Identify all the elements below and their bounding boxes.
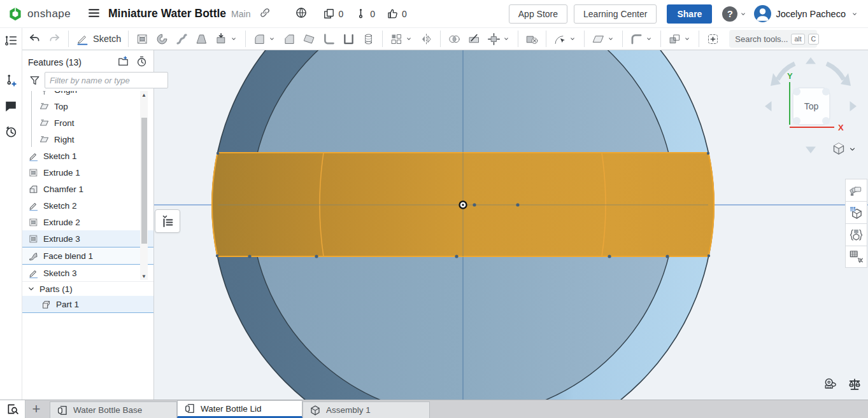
scrollbar-thumb[interactable] bbox=[141, 118, 147, 244]
tab-water-bottle-base[interactable]: Water Bottle Base bbox=[50, 401, 177, 418]
toolbar-separator bbox=[518, 31, 518, 47]
new-sketch-button[interactable]: Sketch bbox=[73, 29, 124, 48]
collapsed-dialog-icon bbox=[160, 214, 175, 229]
filter-funnel-icon[interactable] bbox=[29, 74, 41, 87]
sheet-metal-model-button[interactable] bbox=[627, 29, 657, 48]
tab-assembly-1[interactable]: Assembly 1 bbox=[302, 401, 430, 418]
feature-item-sketch-3[interactable]: Sketch 3 bbox=[22, 265, 153, 281]
shell-icon bbox=[342, 32, 355, 46]
feature-item-right[interactable]: Right bbox=[22, 131, 153, 148]
doc-stat-copy[interactable]: 0 bbox=[323, 8, 343, 20]
plane-button[interactable] bbox=[588, 29, 618, 48]
undo-button[interactable] bbox=[25, 29, 45, 48]
named-views-button[interactable] bbox=[845, 201, 867, 223]
workspace-name[interactable]: Main bbox=[231, 9, 250, 19]
doc-stat-like[interactable]: 0 bbox=[387, 8, 407, 20]
feature-item-sketch-2[interactable]: Sketch 2 bbox=[22, 197, 153, 214]
versions-and-history-button[interactable] bbox=[1, 71, 20, 92]
learning-center-button[interactable]: Learning Center bbox=[574, 4, 657, 24]
mass-icon bbox=[848, 377, 862, 391]
view-cube-face-top[interactable]: Top bbox=[793, 88, 830, 125]
like-count: 0 bbox=[402, 9, 407, 19]
document-link-button[interactable] bbox=[259, 7, 271, 20]
mirror-button[interactable] bbox=[416, 29, 436, 48]
view-options-button[interactable] bbox=[831, 141, 857, 157]
rib-button[interactable] bbox=[319, 29, 339, 48]
chevron-down-icon bbox=[739, 10, 748, 18]
roll-cw-arrow-icon[interactable] bbox=[827, 64, 844, 80]
draft-button[interactable] bbox=[299, 29, 319, 48]
onshape-logo[interactable]: onshape bbox=[0, 6, 71, 22]
loft-button[interactable] bbox=[192, 29, 211, 48]
origin-marker[interactable] bbox=[460, 202, 467, 209]
search-tools-input[interactable]: Search tools... alt C bbox=[729, 30, 817, 48]
toolbar-groups: Sketch bbox=[25, 28, 723, 50]
app-store-button[interactable]: App Store bbox=[509, 4, 567, 24]
feature-item-origin[interactable]: Origin bbox=[22, 91, 153, 98]
extrude-icon bbox=[136, 32, 149, 46]
manage-tabs-button[interactable] bbox=[0, 400, 25, 418]
delete-part-icon bbox=[525, 32, 539, 46]
user-menu-button[interactable]: Jocelyn Pacheco bbox=[754, 5, 859, 22]
feature-item-face-blend-1[interactable]: Face blend 1 bbox=[22, 247, 153, 265]
delete-part-button[interactable] bbox=[522, 29, 542, 48]
shell-button[interactable] bbox=[339, 29, 359, 48]
sweep-button[interactable] bbox=[172, 29, 192, 48]
hole-button[interactable] bbox=[359, 29, 378, 48]
feature-item-top[interactable]: Top bbox=[22, 98, 153, 115]
rollback-button[interactable] bbox=[136, 55, 148, 69]
create-folder-button[interactable] bbox=[117, 55, 129, 69]
feature-item-extrude-3[interactable]: Extrude 3 bbox=[22, 230, 153, 247]
feature-tree: OriginTopFrontRightSketch 1Extrude 1Cham… bbox=[22, 91, 153, 400]
extrude-button[interactable] bbox=[132, 29, 152, 48]
toolbar-separator bbox=[68, 31, 69, 47]
feature-item-extrude-2[interactable]: Extrude 2 bbox=[22, 214, 153, 230]
filter-input[interactable] bbox=[45, 72, 168, 88]
share-button[interactable]: Share bbox=[667, 4, 712, 24]
display-states-button[interactable] bbox=[845, 223, 867, 246]
appearance-panel-button[interactable] bbox=[845, 179, 867, 201]
feature-list-toggle-button[interactable] bbox=[1, 31, 20, 52]
revolve-button[interactable] bbox=[152, 29, 172, 48]
doc-stat-fork[interactable]: 0 bbox=[355, 8, 375, 20]
comments-button[interactable] bbox=[1, 97, 20, 118]
graphics-canvas[interactable]: Y X Top bbox=[154, 50, 868, 400]
boolean-button[interactable] bbox=[445, 29, 464, 48]
document-title[interactable]: Miniature Water Bottle bbox=[108, 7, 226, 20]
hamburger-icon bbox=[87, 6, 101, 20]
redo-button[interactable] bbox=[45, 29, 64, 48]
scroll-down-arrow-icon[interactable]: ▼ bbox=[140, 272, 148, 280]
modify-fillet-icon bbox=[553, 32, 567, 46]
parts-section-header[interactable]: Parts (1) bbox=[22, 281, 153, 296]
mass-properties-button[interactable] bbox=[848, 377, 862, 393]
features-scrollbar[interactable]: ▲ ▼ bbox=[140, 91, 148, 280]
configurations-button[interactable] bbox=[845, 246, 867, 268]
tab-water-bottle-lid[interactable]: Water Bottle Lid bbox=[177, 400, 302, 418]
main-menu-button[interactable] bbox=[87, 6, 101, 22]
part-item-part-1[interactable]: Part 1 bbox=[22, 296, 153, 313]
linear-pattern-icon bbox=[390, 32, 403, 46]
split-button[interactable] bbox=[464, 29, 484, 48]
insert-derived-button[interactable] bbox=[703, 29, 723, 48]
help-menu-button[interactable]: ? bbox=[722, 6, 748, 22]
transform-icon bbox=[487, 32, 501, 46]
public-document-button[interactable] bbox=[295, 6, 308, 21]
feature-item-sketch-1[interactable]: Sketch 1 bbox=[22, 148, 153, 164]
chamfer-button[interactable] bbox=[280, 29, 299, 48]
add-tab-button[interactable]: + bbox=[25, 400, 47, 418]
composite-part-button[interactable] bbox=[665, 29, 695, 48]
thicken-button[interactable] bbox=[211, 29, 241, 48]
scroll-up-arrow-icon[interactable]: ▲ bbox=[140, 91, 148, 99]
feature-item-extrude-1[interactable]: Extrude 1 bbox=[22, 164, 153, 181]
comment-icon bbox=[4, 99, 18, 113]
action-history-button[interactable] bbox=[1, 122, 20, 143]
feature-item-front[interactable]: Front bbox=[22, 115, 153, 131]
fillet-button[interactable] bbox=[250, 29, 280, 48]
transform-button[interactable] bbox=[484, 29, 514, 48]
measure-tool-button[interactable] bbox=[823, 377, 837, 393]
partstudio-icon bbox=[57, 405, 68, 416]
linear-pattern-button[interactable] bbox=[387, 29, 416, 48]
modify-fillet-button[interactable] bbox=[550, 29, 580, 48]
feature-item-chamfer-1[interactable]: Chamfer 1 bbox=[22, 181, 153, 197]
collapsed-feature-dialog-button[interactable] bbox=[155, 209, 180, 233]
